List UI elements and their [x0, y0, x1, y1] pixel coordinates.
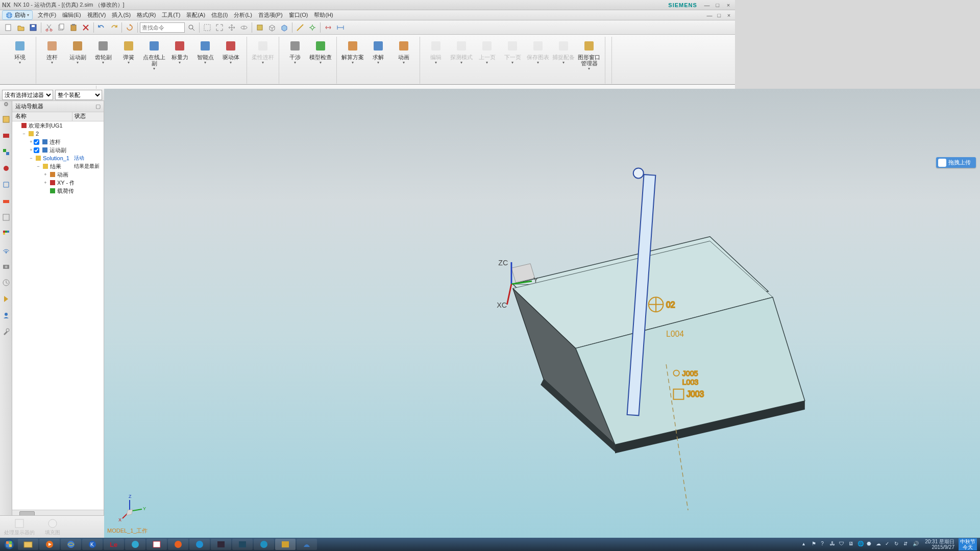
menu-format[interactable]: 格式(R)	[134, 10, 159, 20]
camera-icon[interactable]	[2, 262, 11, 271]
col-name[interactable]: 名称	[12, 112, 72, 121]
ribbon-求解[interactable]: 求解▾	[365, 38, 391, 66]
tree-row[interactable]: 载荷传递	[12, 187, 104, 195]
ribbon-icon	[582, 39, 596, 53]
copy-button[interactable]	[56, 22, 67, 33]
open-button[interactable]	[15, 22, 27, 33]
menu-tools[interactable]: 工具(T)	[159, 10, 183, 20]
tool-icon[interactable]	[2, 327, 11, 336]
menu-file[interactable]: 文件(F)	[35, 10, 59, 20]
measure-button[interactable]	[295, 22, 306, 33]
tree-row[interactable]: −2	[12, 130, 104, 138]
new-button[interactable]	[3, 22, 14, 33]
search-button[interactable]	[186, 22, 197, 33]
ribbon-智能点[interactable]: 智能点▾	[192, 38, 218, 66]
col-status[interactable]: 状态	[72, 112, 104, 121]
expand-icon[interactable]: −	[36, 164, 41, 169]
tree-row[interactable]: −Solution_1活动	[12, 154, 104, 162]
browser-icon[interactable]	[2, 213, 11, 222]
view-fit-button[interactable]	[202, 22, 213, 33]
render-style-button[interactable]	[254, 22, 265, 33]
cut-button[interactable]	[43, 22, 55, 33]
snap-button[interactable]	[307, 22, 318, 33]
filter-select-2[interactable]: 整个装配	[55, 90, 102, 100]
menu-view[interactable]: 视图(V)	[84, 10, 109, 20]
delete-button[interactable]	[80, 22, 91, 33]
roles-icon[interactable]	[2, 311, 11, 320]
constraint-button[interactable]	[323, 22, 334, 33]
menu-edit[interactable]: 编辑(E)	[59, 10, 84, 20]
doc-close-button[interactable]: ×	[725, 12, 733, 18]
tree-row[interactable]: +XY - 作图	[12, 179, 104, 187]
tree-row[interactable]: 欢迎来到UG1	[12, 121, 104, 130]
filter-select-1[interactable]: 没有选择过滤器	[2, 90, 53, 100]
ribbon-驱动体[interactable]: 驱动体▾	[218, 38, 243, 66]
ribbon-点在线上副[interactable]: 点在线上副▾	[141, 38, 167, 72]
process-icon[interactable]	[2, 294, 11, 304]
minimize-button[interactable]: —	[702, 2, 712, 8]
maximize-button[interactable]: □	[713, 2, 722, 8]
ribbon-环境[interactable]: 环境▾	[7, 38, 33, 66]
expand-icon[interactable]: +	[29, 147, 34, 153]
pan-button[interactable]	[226, 22, 237, 33]
expand-icon[interactable]: −	[21, 131, 27, 136]
tree-row[interactable]: +连杆	[12, 138, 104, 146]
doc-maximize-button[interactable]: □	[715, 12, 723, 18]
menu-info[interactable]: 信息(I)	[208, 10, 231, 20]
nav-icon[interactable]	[2, 115, 11, 124]
expand-icon[interactable]: −	[29, 156, 34, 161]
refresh-button[interactable]	[124, 22, 135, 33]
assembly-nav-icon[interactable]	[2, 147, 11, 157]
ribbon-干涉[interactable]: 干涉▾	[282, 38, 308, 66]
menu-help[interactable]: 帮助(H)	[311, 10, 336, 20]
nav-tree[interactable]: 欢迎来到UG1−2+连杆+运动副−Solution_1活动−结果结果是最新+动画…	[12, 121, 104, 413]
expand-icon[interactable]: +	[29, 139, 34, 144]
tree-row[interactable]: +动画	[12, 170, 104, 179]
history-icon[interactable]	[2, 278, 11, 287]
shaded-button[interactable]	[279, 22, 290, 33]
ribbon-解算方案[interactable]: 解算方案▾	[340, 38, 365, 66]
ribbon-运动副[interactable]: 运动副▾	[65, 38, 90, 66]
save-button[interactable]	[28, 22, 39, 33]
doc-minimize-button[interactable]: —	[705, 12, 714, 18]
undo-button[interactable]	[96, 22, 107, 33]
gear-icon[interactable]: ⚙	[4, 101, 9, 108]
expand-icon[interactable]: +	[43, 180, 48, 185]
menu-assembly[interactable]: 装配(A)	[183, 10, 208, 20]
ribbon-连杆[interactable]: 连杆▾	[39, 38, 65, 66]
part-nav-icon[interactable]	[2, 131, 11, 140]
ribbon-弹簧[interactable]: 弹簧▾	[116, 38, 141, 66]
ribbon-标量力[interactable]: 标量力▾	[167, 38, 192, 66]
color-icon[interactable]	[2, 229, 11, 238]
start-button[interactable]: 启动 ▾	[2, 10, 33, 20]
tree-row[interactable]: +运动副	[12, 146, 104, 154]
wifi-icon[interactable]	[2, 245, 11, 255]
ribbon-齿轮副[interactable]: 齿轮副▾	[90, 38, 116, 66]
ribbon-图形窗口管理器[interactable]: 图形窗口管理器▾	[576, 38, 602, 72]
3d-viewport[interactable]: 02 L004 J005 L003 J003 ZC Y XC	[104, 89, 735, 413]
hd3d-icon[interactable]	[2, 196, 11, 206]
redo-button[interactable]	[108, 22, 119, 33]
menu-window[interactable]: 窗口(O)	[286, 10, 311, 20]
view-zoom-button[interactable]	[214, 22, 225, 33]
rotate-button[interactable]	[238, 22, 250, 33]
reuse-icon[interactable]	[2, 164, 11, 173]
expand-icon[interactable]: +	[43, 172, 48, 177]
wireframe-button[interactable]	[266, 22, 278, 33]
tree-row[interactable]: −结果结果是最新	[12, 162, 104, 170]
ribbon-动画[interactable]: 动画▾	[391, 38, 416, 66]
command-search-input[interactable]	[140, 22, 185, 33]
close-button[interactable]: ×	[724, 2, 733, 8]
tree-checkbox[interactable]	[34, 139, 39, 145]
pin-icon[interactable]: ▢	[95, 103, 101, 110]
paste-button[interactable]	[68, 22, 79, 33]
ribbon-模型检查[interactable]: 模型检查▾	[308, 38, 333, 66]
menu-prefs[interactable]: 首选项(P)	[255, 10, 286, 20]
tree-label: 欢迎来到UG1	[29, 122, 74, 130]
tree-checkbox[interactable]	[34, 147, 39, 153]
menu-analysis[interactable]: 分析(L)	[231, 10, 255, 20]
menu-insert[interactable]: 插入(S)	[109, 10, 134, 20]
constraint-nav-icon[interactable]	[2, 180, 11, 189]
dimension-button[interactable]	[335, 22, 346, 33]
svg-text:ZC: ZC	[498, 259, 508, 267]
